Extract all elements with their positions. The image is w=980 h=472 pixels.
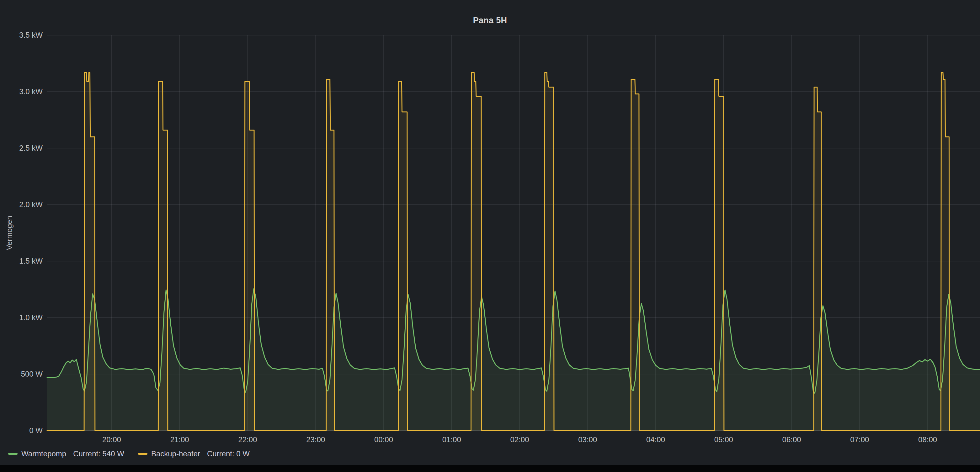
x-tick-label: 05:00	[714, 435, 733, 444]
series-area-warmtepomp	[47, 289, 980, 431]
grafana-page: Pana 5H Vermogen 0 W500 W1.0 kW1.5 kW2.0…	[0, 0, 980, 472]
panel-title[interactable]: Pana 5H	[0, 16, 980, 26]
legend-swatch-icon	[138, 453, 148, 455]
x-tick-label: 02:00	[510, 435, 529, 444]
legend-series-name[interactable]: Backup-heater	[151, 450, 200, 458]
y-tick-label: 0 W	[0, 426, 43, 435]
x-tick-label: 01:00	[442, 435, 461, 444]
y-tick-label: 2.0 kW	[0, 200, 43, 209]
legend: WarmtepompCurrent: 540 WBackup-heaterCur…	[8, 450, 250, 458]
x-tick-label: 07:00	[850, 435, 869, 444]
bottom-strip	[0, 465, 980, 472]
y-tick-label: 500 W	[0, 369, 43, 379]
x-tick-label: 21:00	[170, 435, 189, 444]
legend-swatch-icon	[8, 453, 18, 455]
y-tick-label: 1.5 kW	[0, 257, 43, 266]
x-tick-label: 08:00	[918, 435, 937, 444]
legend-item-backup-heater[interactable]: Backup-heaterCurrent: 0 W	[138, 450, 250, 458]
y-tick-label: 3.0 kW	[0, 87, 43, 96]
y-tick-label: 3.5 kW	[0, 30, 43, 40]
legend-current-value: Current: 0 W	[207, 450, 250, 458]
grafana-panel: Pana 5H Vermogen 0 W500 W1.0 kW1.5 kW2.0…	[0, 0, 980, 465]
y-tick-label: 2.5 kW	[0, 144, 43, 153]
x-tick-label: 06:00	[783, 435, 801, 444]
y-axis-label: Vermogen	[5, 215, 14, 250]
x-tick-label: 00:00	[374, 435, 393, 444]
x-tick-label: 20:00	[102, 435, 121, 444]
legend-item-warmtepomp[interactable]: WarmtepompCurrent: 540 W	[8, 450, 124, 458]
x-tick-label: 22:00	[238, 435, 257, 444]
x-tick-label: 03:00	[578, 435, 597, 444]
legend-series-name[interactable]: Warmtepomp	[21, 450, 66, 458]
x-tick-label: 04:00	[646, 435, 665, 444]
legend-current-value: Current: 540 W	[73, 450, 124, 458]
x-tick-label: 23:00	[306, 435, 325, 444]
y-tick-label: 1.0 kW	[0, 313, 43, 322]
time-series-plot[interactable]	[47, 35, 980, 431]
